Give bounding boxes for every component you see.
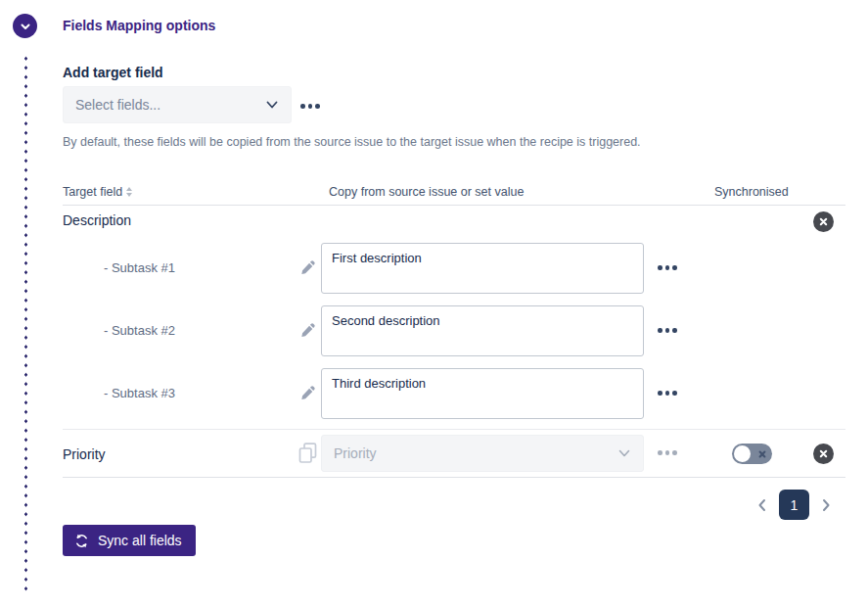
close-icon [819,449,828,458]
sync-button-label: Sync all fields [98,533,182,548]
sort-icon [126,187,132,197]
field-label-priority: Priority [63,446,106,462]
subtask-description-input[interactable]: Second description [321,305,644,356]
field-label-description: Description [63,212,131,228]
table-bottom-divider [63,477,845,478]
header-divider [63,205,845,206]
previous-page-button[interactable] [754,495,771,515]
subtask-more-options-button[interactable] [658,265,677,270]
column-header-copy-value: Copy from source issue or set value [329,185,524,199]
chevron-down-icon [265,98,279,112]
row-divider [63,429,845,430]
subtask-more-options-button[interactable] [658,328,677,333]
chevron-right-icon [819,497,833,513]
priority-select-placeholder: Priority [334,445,377,461]
sync-icon [74,534,89,548]
subtask-more-options-button[interactable] [658,391,677,396]
subtask-label: - Subtask #1 [104,260,175,275]
priority-more-options-button[interactable] [658,450,677,455]
edit-pencil-icon [299,385,316,401]
select-placeholder: Select fields... [75,97,160,113]
add-field-more-options-button[interactable] [300,104,320,109]
target-field-header-label: Target field [63,185,122,199]
close-icon [819,217,828,226]
add-target-field-label: Add target field [63,65,163,80]
section-dotted-rail [24,54,27,595]
subtask-description-input[interactable]: First description [321,243,644,294]
add-target-field-select[interactable]: Select fields... [63,86,292,123]
next-page-button[interactable] [817,495,835,515]
toggle-off-x-icon [758,450,766,458]
remove-description-field-button[interactable] [813,211,834,232]
remove-priority-field-button[interactable] [813,444,834,464]
chevron-down-icon [20,21,31,32]
edit-pencil-icon [299,322,316,339]
fields-mapping-panel: Fields Mapping options Add target field … [0,0,868,608]
column-header-synchronised: Synchronised [714,185,789,199]
sync-all-fields-button[interactable]: Sync all fields [63,525,196,556]
section-title: Fields Mapping options [63,18,215,33]
edit-pencil-icon [299,259,316,276]
chevron-down-icon [617,446,631,460]
subtask-label: - Subtask #3 [104,386,175,400]
priority-value-select[interactable]: Priority [321,435,644,472]
synchronised-toggle[interactable] [732,444,772,464]
collapse-section-button[interactable] [13,14,37,38]
subtask-label: - Subtask #2 [104,323,175,338]
help-text: By default, these fields will be copied … [63,135,641,149]
pagination: 1 [754,490,835,520]
column-header-target-field[interactable]: Target field [63,185,132,199]
copy-icon [298,443,317,464]
subtask-description-input[interactable]: Third description [321,368,644,419]
chevron-left-icon [755,497,769,513]
page-number-button[interactable]: 1 [779,490,809,520]
toggle-knob [734,445,751,462]
